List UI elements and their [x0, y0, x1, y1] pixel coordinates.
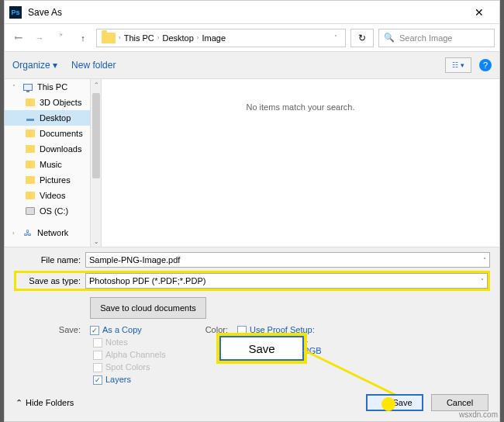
footer: ⌃Hide Folders Save Cancel	[5, 393, 499, 412]
filename-input[interactable]: Sample-PNG-Image.pdf ˅	[85, 252, 490, 268]
cancel-button[interactable]: Cancel	[431, 394, 488, 411]
nav-bar: 🠔 → ˅ ↑ › This PC › Desktop › Image ˅ ↻ …	[5, 24, 499, 52]
view-mode-button[interactable]: ☷ ▾	[445, 57, 471, 73]
tree-pictures[interactable]: Pictures	[5, 172, 101, 188]
hide-folders-toggle[interactable]: ⌃Hide Folders	[16, 398, 74, 408]
savetype-select[interactable]: Photoshop PDF (*.PDF;*.PDP) ˅	[85, 273, 488, 289]
folder-tree: ˅This PC 3D Objects ▬Desktop Documents D…	[5, 79, 102, 247]
notes-checkbox	[93, 338, 102, 348]
chevron-down-icon[interactable]: ˅	[334, 34, 340, 41]
savetype-label: Save as type:	[16, 276, 85, 285]
spot-checkbox	[93, 363, 102, 372]
search-input[interactable]: 🔍 Search Image	[378, 29, 495, 47]
as-copy-label: As a Copy	[102, 325, 142, 334]
annotation-dot	[381, 397, 395, 411]
alpha-label: Alpha Channels	[105, 350, 166, 359]
scroll-down-icon[interactable]: ⌄	[91, 236, 102, 247]
forward-button: →	[31, 29, 48, 47]
close-button[interactable]: ✕	[464, 6, 495, 19]
save-highlight: Save	[216, 333, 307, 364]
toolbar: Organize ▾ New folder ☷ ▾ ?	[5, 52, 499, 78]
scroll-thumb[interactable]	[92, 93, 100, 178]
save-opts-label: Save:	[56, 325, 87, 334]
main-area: ˅This PC 3D Objects ▬Desktop Documents D…	[5, 78, 499, 247]
tree-desktop[interactable]: ▬Desktop	[5, 110, 101, 126]
window-title: Save As	[28, 7, 62, 18]
tree-os-c[interactable]: OS (C:)	[5, 203, 101, 219]
watermark: wsxdn.com	[459, 410, 498, 419]
refresh-button[interactable]: ↻	[350, 29, 374, 47]
chevron-up-icon: ⌃	[16, 398, 22, 408]
bottom-panel: File name: Sample-PNG-Image.pdf ˅ Save a…	[5, 247, 499, 393]
filename-label: File name:	[14, 255, 85, 265]
search-placeholder: Search Image	[399, 33, 452, 43]
tree-music[interactable]: Music	[5, 157, 101, 172]
notes-label: Notes	[105, 337, 128, 347]
save-to-cloud-button[interactable]: Save to cloud documents	[90, 297, 206, 319]
file-list: No items match your search.	[102, 79, 499, 247]
recent-dropdown[interactable]: ˅	[53, 29, 70, 47]
spot-label: Spot Colors	[105, 362, 150, 372]
scroll-up-icon[interactable]: ⌃	[91, 79, 102, 90]
empty-message: No items match your search.	[247, 102, 355, 112]
title-bar: Ps Save As ✕	[5, 1, 499, 24]
tree-scrollbar[interactable]: ⌃ ⌄	[90, 79, 101, 247]
breadcrumb[interactable]: › This PC › Desktop › Image ˅	[96, 29, 346, 47]
help-button[interactable]: ?	[479, 59, 492, 71]
breadcrumb-seg[interactable]: Desktop	[162, 33, 193, 43]
tree-3d-objects[interactable]: 3D Objects	[5, 95, 101, 110]
chevron-down-icon[interactable]: ˅	[481, 278, 484, 285]
layers-label: Layers	[105, 375, 131, 384]
chevron-down-icon[interactable]: ˅	[483, 257, 486, 264]
up-button[interactable]: ↑	[74, 29, 91, 47]
save-button[interactable]: Save	[366, 394, 423, 411]
breadcrumb-seg[interactable]: Image	[202, 33, 226, 43]
as-copy-checkbox[interactable]: ✓	[90, 326, 99, 335]
back-button[interactable]: 🠔	[9, 29, 26, 47]
organize-menu[interactable]: Organize ▾	[12, 60, 57, 71]
search-icon: 🔍	[384, 33, 395, 43]
tree-this-pc[interactable]: ˅This PC	[5, 79, 101, 95]
app-icon: Ps	[9, 6, 22, 19]
layers-checkbox[interactable]: ✓	[93, 375, 102, 385]
save-as-dialog: Ps Save As ✕ 🠔 → ˅ ↑ › This PC › Desktop…	[4, 0, 500, 422]
tree-downloads[interactable]: Downloads	[5, 141, 101, 157]
alpha-checkbox	[93, 351, 102, 360]
tree-documents[interactable]: Documents	[5, 126, 101, 141]
save-button-highlighted[interactable]: Save	[219, 336, 304, 361]
breadcrumb-seg[interactable]: This PC	[124, 33, 154, 43]
tree-videos[interactable]: Videos	[5, 188, 101, 203]
folder-icon	[102, 33, 116, 43]
tree-network[interactable]: ›🖧Network	[5, 225, 101, 240]
savetype-highlight: Save as type: Photoshop PDF (*.PDF;*.PDP…	[14, 271, 490, 291]
new-folder-button[interactable]: New folder	[71, 60, 116, 71]
